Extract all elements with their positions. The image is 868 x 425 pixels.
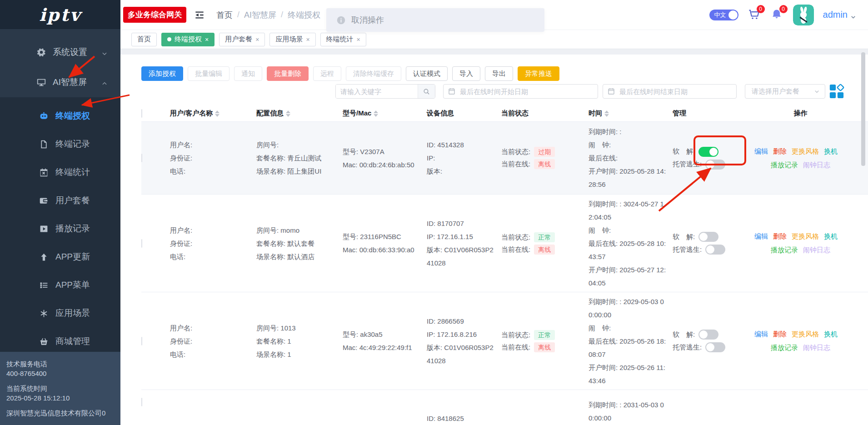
escape-toggle[interactable]: [705, 160, 725, 170]
notification-button[interactable]: 0: [770, 8, 784, 22]
edit-link[interactable]: 编辑: [754, 230, 768, 243]
vertical-scrollbar[interactable]: [861, 52, 865, 166]
sidebar-item-mall-manage[interactable]: 商城管理: [0, 327, 120, 355]
play-record-link[interactable]: 播放记录: [771, 243, 798, 257]
sidebar-item-terminal-stats[interactable]: 终端统计: [0, 158, 120, 186]
column-header: 当前状态: [501, 109, 529, 118]
auth-mode-button[interactable]: 认证模式: [406, 66, 448, 81]
time-line: 闹 钟:: [589, 138, 667, 151]
sidebar-item-ai-screen[interactable]: AI智慧屏: [0, 67, 120, 97]
status-label: 当前状态:: [501, 330, 530, 340]
alarm-log-link[interactable]: 闹钟日志: [803, 341, 830, 355]
change-style-link[interactable]: 更换风格: [792, 327, 819, 341]
batch-edit-button[interactable]: 批量编辑: [188, 66, 229, 81]
alarm-log-link[interactable]: 闹钟日志: [803, 243, 830, 257]
online-label: 当前在线:: [501, 342, 530, 352]
notify-button[interactable]: 通知: [234, 66, 262, 81]
toast-message: 取消操作: [326, 8, 544, 32]
sidebar-item-app-scene[interactable]: 应用场景: [0, 299, 120, 327]
sidebar-item-terminal-record[interactable]: 终端记录: [0, 130, 120, 158]
close-icon[interactable]: ×: [306, 36, 309, 43]
soft-decode-toggle[interactable]: [698, 232, 718, 242]
close-icon[interactable]: ×: [255, 36, 259, 43]
import-button[interactable]: 导入: [452, 66, 480, 81]
delete-link[interactable]: 删除: [773, 145, 787, 158]
cart-button[interactable]: 0: [748, 8, 761, 22]
delete-link[interactable]: 删除: [773, 230, 787, 243]
active-dot: [167, 37, 171, 41]
sort-control[interactable]: [604, 110, 609, 117]
field-label: 套餐名称:: [256, 154, 285, 162]
add-auth-button[interactable]: 添加授权: [141, 66, 183, 81]
soft-decode-toggle[interactable]: [698, 147, 718, 157]
abnormal-push-button[interactable]: 异常推送: [518, 66, 559, 81]
row-checkbox[interactable]: [141, 154, 142, 162]
tab-terminal-auth[interactable]: 终端授权 ×: [161, 33, 215, 46]
edit-link[interactable]: 编辑: [754, 327, 768, 341]
close-icon[interactable]: ×: [357, 36, 360, 43]
sidebar-item-terminal-auth[interactable]: 终端授权: [0, 102, 120, 130]
config-line: 场景名称: 默认酒店: [256, 250, 337, 263]
field-label: 房间号:: [256, 324, 279, 332]
swap-device-link[interactable]: 换机: [824, 145, 838, 158]
start-date-input[interactable]: [443, 84, 598, 99]
delete-link[interactable]: 删除: [773, 327, 787, 341]
alarm-log-link[interactable]: 闹钟日志: [803, 158, 830, 172]
close-icon[interactable]: ×: [205, 36, 209, 43]
clear-cache-button[interactable]: 清除终端缓存: [346, 66, 401, 81]
tab-terminal-stats[interactable]: 终端统计 ×: [320, 33, 366, 46]
batch-delete-button[interactable]: 批量删除: [267, 66, 309, 81]
sort-control[interactable]: [374, 110, 378, 117]
edit-link[interactable]: 编辑: [754, 145, 768, 158]
export-button[interactable]: 导出: [485, 66, 513, 81]
field-label: 房间号:: [256, 141, 279, 149]
app-root: iptv 系统设置 AI智慧屏 终端授权 终端记录: [0, 0, 868, 425]
menu-collapse-icon[interactable]: [194, 9, 205, 21]
package-select[interactable]: 请选择用户套餐: [745, 84, 825, 99]
language-toggle[interactable]: 中文: [709, 10, 738, 20]
table-row: 用户名:身份证:电话:房间号: 1013套餐名称: 1场景名称: 1型号: ak…: [141, 292, 868, 390]
sidebar-item-user-package[interactable]: 用户套餐: [0, 186, 120, 215]
remote-button[interactable]: 远程: [313, 66, 341, 81]
play-record-link[interactable]: 播放记录: [771, 158, 798, 172]
field-label: 开户时间:: [589, 167, 618, 175]
search-button[interactable]: [418, 85, 435, 98]
tab-user-package[interactable]: 用户套餐 ×: [219, 33, 265, 46]
change-style-link[interactable]: 更换风格: [792, 145, 819, 158]
cell-config-info: [256, 390, 343, 398]
gateway-badge[interactable]: 多业务综合网关: [123, 7, 186, 23]
avatar[interactable]: [793, 5, 814, 25]
sidebar-item-system-settings[interactable]: 系统设置: [0, 37, 120, 67]
layout-grid-icon[interactable]: [829, 84, 844, 99]
breadcrumb-ai-screen[interactable]: AI智慧屏: [244, 10, 276, 20]
breadcrumb-separator: /: [237, 10, 239, 20]
breadcrumb-terminal-auth[interactable]: 终端授权: [288, 10, 320, 20]
search-input[interactable]: [336, 85, 418, 98]
escape-toggle[interactable]: [705, 342, 725, 352]
model-line: 型号: 23116PN5BC: [343, 230, 421, 243]
sort-control[interactable]: [286, 110, 290, 117]
change-style-link[interactable]: 更换风格: [792, 230, 819, 243]
tab-home[interactable]: 首页: [131, 33, 157, 46]
toolbar: 添加授权 批量编辑 通知 批量删除 远程 清除终端缓存 认证模式 导入 导出 异…: [141, 66, 868, 81]
row-checkbox[interactable]: [141, 337, 142, 345]
sort-control[interactable]: [215, 110, 219, 117]
user-line: 用户名:: [170, 321, 251, 335]
tab-app-scene[interactable]: 应用场景 ×: [269, 33, 315, 46]
sidebar-item-app-menu[interactable]: APP菜单: [0, 271, 120, 299]
select-all-checkbox[interactable]: [141, 109, 142, 118]
file-icon: [39, 140, 49, 149]
escape-toggle[interactable]: [705, 245, 725, 255]
row-checkbox[interactable]: [141, 398, 142, 406]
breadcrumb-home[interactable]: 首页: [216, 10, 233, 20]
end-date-input[interactable]: [603, 84, 737, 99]
user-menu[interactable]: admin: [823, 10, 856, 20]
play-record-link[interactable]: 播放记录: [771, 341, 798, 355]
sidebar-item-play-record[interactable]: 播放记录: [0, 215, 120, 243]
caret-down-icon: [850, 12, 856, 18]
soft-decode-toggle[interactable]: [698, 330, 718, 340]
row-checkbox[interactable]: [141, 239, 142, 248]
swap-device-link[interactable]: 换机: [824, 327, 838, 341]
sidebar-item-app-update[interactable]: APP更新: [0, 243, 120, 271]
swap-device-link[interactable]: 换机: [824, 230, 838, 243]
